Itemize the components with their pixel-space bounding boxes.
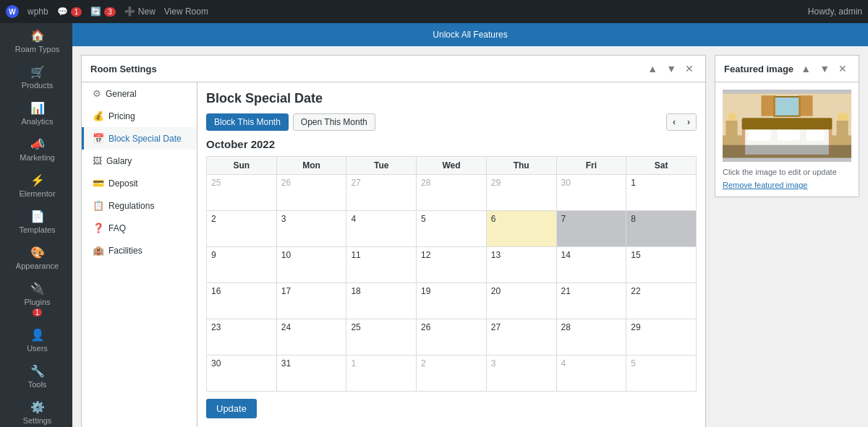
submenu-pricing[interactable]: 💰 Pricing [82,105,197,127]
calendar-day-tue: Tue [346,157,417,175]
calendar-cell[interactable]: 17 [276,283,346,319]
calendar-cell[interactable]: 22 [626,283,697,319]
calendar-next-button[interactable]: › [681,114,696,130]
calendar-cell[interactable]: 15 [626,247,697,283]
calendar-cell[interactable]: 29 [626,319,697,355]
calendar-cell[interactable]: 2 [417,355,487,392]
submenu-general[interactable]: ⚙ General [82,82,197,105]
calendar-cell[interactable]: 21 [556,283,626,319]
sidebar-item-tools[interactable]: 🔧 Tools [0,358,72,394]
calendar-cell[interactable]: 25 [207,175,277,211]
calendar-cell[interactable]: 2 [207,211,277,247]
sidebar-item-users[interactable]: 👤 Users [0,322,72,358]
room-settings-title: Room Settings [90,64,157,74]
calendar-cell[interactable]: 18 [346,283,417,319]
calendar-cell[interactable]: 26 [276,175,346,211]
adminbar-site[interactable]: wphb [27,7,48,17]
calendar-cell[interactable]: 3 [276,211,346,247]
submenu-regulations[interactable]: 📋 Regulations [82,194,197,217]
calendar-cell[interactable]: 3 [486,355,556,392]
sidebar-item-elementor[interactable]: ⚡ Elementor [0,168,72,204]
submenu-galary[interactable]: 🖼 Galary [82,150,197,172]
calendar-week-2: 9101112131415 [207,247,697,283]
calendar-cell[interactable]: 28 [556,319,626,355]
sidebar-item-analytics[interactable]: 📊 Analytics [0,95,72,131]
adminbar-updates[interactable]: 🔄 3 [90,7,116,17]
day-number: 3 [491,358,496,368]
update-button[interactable]: Update [206,399,257,418]
calendar-cell[interactable]: 19 [417,283,487,319]
featured-image-close[interactable]: ✕ [835,61,850,76]
svg-rect-16 [723,145,851,158]
calendar-cell[interactable]: 7 [556,211,626,247]
adminbar-comments[interactable]: 💬 1 [57,7,82,17]
calendar-cell[interactable]: 25 [346,319,417,355]
day-number: 28 [421,178,430,188]
open-this-month-button[interactable]: Open This Month [293,113,375,131]
calendar-cell[interactable]: 12 [417,247,487,283]
featured-image-collapse-down[interactable]: ▼ [817,61,833,76]
adminbar-view-room[interactable]: View Room [164,7,208,17]
calendar-cell[interactable]: 5 [626,355,697,392]
remove-featured-image-link[interactable]: Remove featured image [723,181,851,189]
calendar-cell[interactable]: 24 [276,319,346,355]
sidebar-item-marketing[interactable]: 📣 Marketing [0,131,72,168]
calendar-month-year: October 2022 [206,138,697,150]
day-number: 26 [421,322,430,332]
calendar-cell[interactable]: 16 [207,283,277,319]
calendar-cell[interactable]: 14 [556,247,626,283]
day-number: 17 [281,286,291,296]
calendar-cell[interactable]: 27 [346,175,417,211]
submenu-deposit[interactable]: 💳 Deposit [82,172,197,194]
calendar-cell[interactable]: 1 [626,175,697,211]
calendar-prev-button[interactable]: ‹ [667,114,681,130]
calendar-cell[interactable]: 29 [486,175,556,211]
adminbar-new[interactable]: ➕ New [124,7,156,17]
facilities-icon: 🏨 [93,245,104,256]
sidebar-item-products[interactable]: 🛒 Products [0,59,72,95]
calendar-cell[interactable]: 13 [486,247,556,283]
calendar-cell[interactable]: 5 [417,211,487,247]
sidebar-item-roam-typos[interactable]: 🏠 Roam Typos [0,23,72,59]
plugins-badge: 1 [33,309,43,316]
featured-image-collapse-up[interactable]: ▲ [798,61,814,76]
submenu-faq[interactable]: ❓ FAQ [82,217,197,239]
submenu-block-special-date[interactable]: 📅 Block Special Date [82,127,197,150]
day-number: 29 [491,178,501,188]
regulations-icon: 📋 [93,200,104,211]
sidebar-item-appearance[interactable]: 🎨 Appearance [0,240,72,276]
sidebar-item-settings[interactable]: ⚙️ Settings [0,394,72,427]
calendar-cell[interactable]: 8 [626,211,697,247]
calendar-table: Sun Mon Tue Wed Thu Fri Sat [206,156,697,392]
calendar-cell[interactable]: 1 [346,355,417,392]
calendar-cell[interactable]: 26 [417,319,487,355]
calendar-cell[interactable]: 31 [276,355,346,392]
calendar-cell[interactable]: 27 [486,319,556,355]
calendar-cell[interactable]: 11 [346,247,417,283]
calendar-cell[interactable]: 23 [207,319,277,355]
featured-image-title: Featured image [724,64,793,74]
unlock-button[interactable]: Unlock All Features [425,27,514,42]
calendar-cell[interactable]: 4 [346,211,417,247]
calendar-cell[interactable]: 4 [556,355,626,392]
day-number: 2 [421,358,426,368]
calendar-cell[interactable]: 6 [486,211,556,247]
postbox-collapse-down[interactable]: ▼ [663,61,679,76]
calendar-cell[interactable]: 30 [207,355,277,392]
featured-image-thumbnail[interactable] [723,90,851,162]
calendar-cell[interactable]: 10 [276,247,346,283]
block-this-month-button[interactable]: Block This Month [206,113,289,131]
postbox-close[interactable]: ✕ [682,61,697,76]
sidebar-item-plugins[interactable]: 🔌 Plugins 1 [0,276,72,322]
day-number: 21 [561,286,571,296]
calendar-cell[interactable]: 30 [556,175,626,211]
calendar-cell[interactable]: 20 [486,283,556,319]
unlock-bar[interactable]: Unlock All Features [72,23,868,46]
submenu-facilities[interactable]: 🏨 Facilities [82,239,197,262]
day-number: 1 [631,178,636,188]
postbox-collapse-up[interactable]: ▲ [644,61,660,76]
adminbar-logo[interactable]: W [6,5,19,18]
calendar-cell[interactable]: 28 [417,175,487,211]
sidebar-item-templates[interactable]: 📄 Templates [0,204,72,240]
calendar-cell[interactable]: 9 [207,247,277,283]
